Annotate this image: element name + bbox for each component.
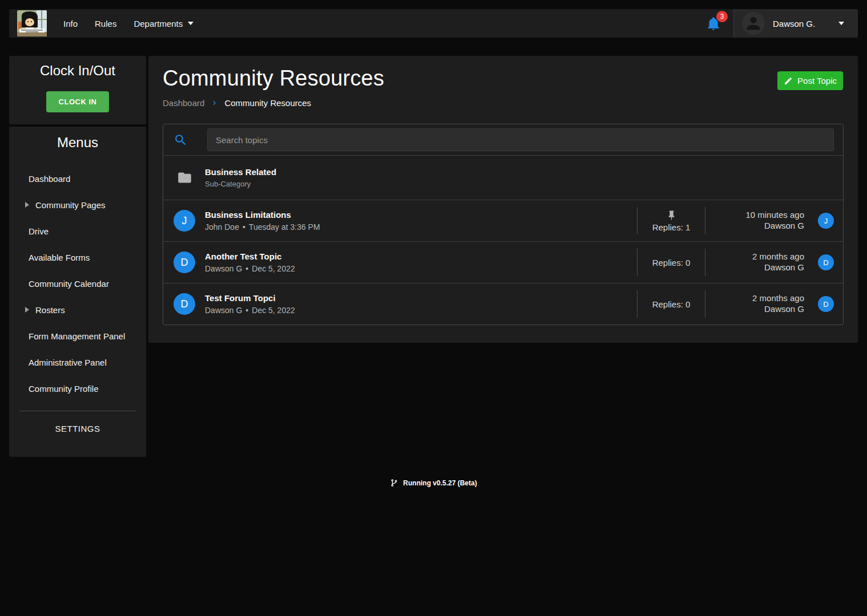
menus-panel: Menus Dashboard Community Pages Drive Av… <box>9 127 146 457</box>
meta-separator: • <box>245 306 248 315</box>
replies-cell: Replies: 0 <box>638 299 705 309</box>
sidebar-item-settings[interactable]: SETTINGS <box>9 417 146 440</box>
nav-links: Info Rules Departments <box>55 9 202 38</box>
sidebar-item-community-pages[interactable]: Community Pages <box>9 192 146 218</box>
menus-panel-title: Menus <box>9 135 146 151</box>
page-title: Community Resources <box>163 66 844 91</box>
topic-main: J Business Limitations John Doe • Tuesda… <box>174 210 637 232</box>
chevron-down-icon <box>838 22 844 25</box>
notifications-button[interactable]: 3 <box>706 16 721 31</box>
clock-panel-title: Clock In/Out <box>9 63 146 79</box>
sidebar-item-label: Community Calendar <box>29 279 109 289</box>
topic-author: Dawson G <box>205 264 242 273</box>
last-post-avatar[interactable]: D <box>818 254 834 270</box>
replies-count: Replies: 0 <box>652 258 691 268</box>
last-post-avatar[interactable]: D <box>818 296 834 312</box>
topic-row-another-test-topic[interactable]: D Another Test Topic Dawson G • Dec 5, 2… <box>163 241 843 283</box>
clock-in-button[interactable]: CLOCK IN <box>46 91 110 112</box>
topic-main: D Test Forum Topci Dawson G • Dec 5, 202… <box>174 293 637 315</box>
topic-author-avatar[interactable]: D <box>174 293 195 315</box>
nav-item-rules-label: Rules <box>95 19 116 29</box>
sidebar-item-label: Dashboard <box>29 174 70 184</box>
user-menu-button[interactable]: Dawson G. <box>734 9 858 38</box>
last-post-avatar[interactable]: J <box>818 213 834 229</box>
sidebar-item-available-forms[interactable]: Available Forms <box>9 244 146 270</box>
topic-date: Tuesday at 3:36 PM <box>249 222 320 232</box>
post-topic-label: Post Topic <box>797 76 837 86</box>
sidebar-item-label: Community Profile <box>29 384 99 394</box>
menu-list: Dashboard Community Pages Drive Availabl… <box>9 165 146 402</box>
nav-item-departments[interactable]: Departments <box>125 9 202 38</box>
meta-separator: • <box>243 222 245 232</box>
last-post-user: Dawson G <box>745 221 804 232</box>
topics-container: Business Related Sub-Category J Business… <box>163 124 844 325</box>
topic-title: Another Test Topic <box>205 252 295 261</box>
sidebar-item-label: Administrative Panel <box>29 358 107 367</box>
replies-cell: Replies: 1 <box>638 210 705 232</box>
folder-icon <box>174 170 195 185</box>
search-input[interactable] <box>207 128 834 151</box>
last-post-user: Dawson G <box>752 262 804 273</box>
topic-text: Test Forum Topci Dawson G • Dec 5, 2022 <box>205 293 295 315</box>
last-post-time: 10 minutes ago <box>745 210 804 221</box>
last-post-cell: 2 months ago Dawson G D <box>705 252 834 273</box>
last-post-cell: 2 months ago Dawson G D <box>705 293 834 315</box>
menu-divider <box>19 411 136 411</box>
nav-item-rules[interactable]: Rules <box>86 9 125 38</box>
breadcrumb-dashboard-link[interactable]: Dashboard <box>163 98 204 108</box>
search-icon[interactable] <box>174 133 188 147</box>
topic-row-test-forum-topci[interactable]: D Test Forum Topci Dawson G • Dec 5, 202… <box>163 283 843 325</box>
sidebar-item-rosters[interactable]: Rosters <box>9 297 146 323</box>
person-silhouette-icon <box>744 14 763 33</box>
sidebar-item-community-calendar[interactable]: Community Calendar <box>9 270 146 297</box>
topic-author: Dawson G <box>205 306 242 315</box>
triangle-right-icon <box>25 202 29 208</box>
topic-author-avatar[interactable]: D <box>174 252 195 273</box>
topic-text: Business Limitations John Doe • Tuesday … <box>205 210 320 232</box>
replies-count: Replies: 1 <box>652 222 691 232</box>
sidebar: Clock In/Out CLOCK IN Menus Dashboard Co… <box>9 56 146 457</box>
topic-meta: Dawson G • Dec 5, 2022 <box>205 306 295 315</box>
sidebar-item-drive[interactable]: Drive <box>9 218 146 244</box>
sidebar-item-label: Drive <box>29 226 49 236</box>
pencil-icon <box>784 76 793 86</box>
sidebar-item-label: Community Pages <box>35 200 106 210</box>
category-row-business-related[interactable]: Business Related Sub-Category <box>163 155 843 200</box>
last-post-time: 2 months ago <box>752 252 804 262</box>
topic-date: Dec 5, 2022 <box>252 264 295 273</box>
user-name: Dawson G. <box>773 19 830 29</box>
sidebar-item-dashboard[interactable]: Dashboard <box>9 165 146 192</box>
nav-item-info[interactable]: Info <box>55 9 86 38</box>
last-post-time: 2 months ago <box>752 293 804 304</box>
sidebar-item-community-profile[interactable]: Community Profile <box>9 375 146 402</box>
version-footer: Running v0.5.27 (Beta) <box>0 479 867 487</box>
sidebar-item-label: Available Forms <box>29 253 90 262</box>
last-post-text: 10 minutes ago Dawson G <box>745 210 804 232</box>
main-panel: Community Resources Dashboard Community … <box>148 56 858 343</box>
clock-panel: Clock In/Out CLOCK IN <box>9 56 146 124</box>
topic-author-avatar[interactable]: J <box>174 210 195 232</box>
topic-text: Another Test Topic Dawson G • Dec 5, 202… <box>205 252 295 273</box>
sidebar-item-label: Form Management Panel <box>29 331 125 341</box>
replies-count: Replies: 0 <box>652 299 691 309</box>
notification-badge: 3 <box>716 11 728 22</box>
last-post-text: 2 months ago Dawson G <box>752 252 804 273</box>
replies-cell: Replies: 0 <box>638 258 705 268</box>
sidebar-item-label: Rosters <box>35 305 65 315</box>
logo-image[interactable] <box>17 10 47 37</box>
topic-title: Test Forum Topci <box>205 293 295 303</box>
topic-row-business-limitations[interactable]: J Business Limitations John Doe • Tuesda… <box>163 200 843 241</box>
topic-main: D Another Test Topic Dawson G • Dec 5, 2… <box>174 252 637 273</box>
post-topic-button[interactable]: Post Topic <box>777 71 843 90</box>
breadcrumb-current: Community Resources <box>224 98 311 108</box>
topic-meta: Dawson G • Dec 5, 2022 <box>205 264 295 273</box>
git-branch-icon <box>390 479 398 487</box>
cartoon-logo-graphic <box>17 10 47 37</box>
breadcrumb: Dashboard Community Resources <box>163 98 844 108</box>
nav-item-departments-label: Departments <box>134 19 183 29</box>
sidebar-item-form-management-panel[interactable]: Form Management Panel <box>9 323 146 349</box>
sidebar-item-administrative-panel[interactable]: Administrative Panel <box>9 349 146 375</box>
topic-title: Business Limitations <box>205 210 320 220</box>
topic-date: Dec 5, 2022 <box>252 306 295 315</box>
page-layout: Clock In/Out CLOCK IN Menus Dashboard Co… <box>9 56 858 457</box>
